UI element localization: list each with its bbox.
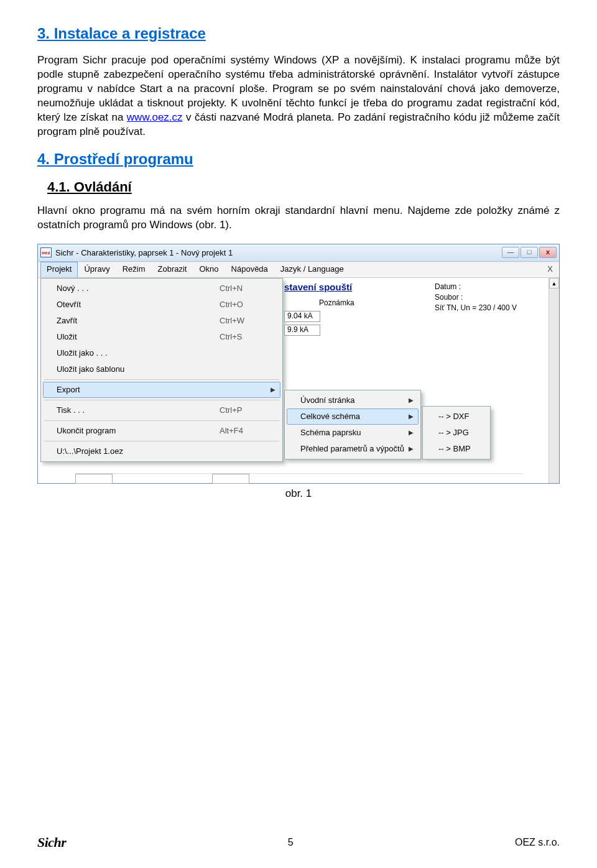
menu-item-label: Export (57, 385, 211, 394)
menu-item-label: U:\...\Projekt 1.oez (57, 446, 275, 456)
submenu-item-prehled[interactable]: Přehled parametrů a výpočtů ▶ (287, 441, 419, 457)
page-footer: Sichr 5 OEZ s.r.o. (37, 834, 560, 851)
menu-item-ukoncit[interactable]: Ukončit program Alt+F4 (43, 423, 280, 439)
menu-item-label: Otevřít (57, 300, 220, 309)
menu-separator (44, 400, 279, 400)
submenu-item-celkove[interactable]: Celkové schéma ▶ (287, 409, 419, 425)
menu-item-label: Tisk . . . (57, 405, 220, 415)
midstrip: stavení spouští Poznámka 9.04 kA 9.9 kA (284, 278, 421, 336)
window-maximize-button[interactable]: □ (521, 247, 538, 258)
menu-item-label: Uložit (57, 332, 220, 341)
format-label: -- > JPG (438, 428, 483, 437)
menu-item-ulozit-sablonu[interactable]: Uložit jako šablonu (43, 361, 280, 377)
chevron-right-icon: ▶ (271, 386, 275, 393)
chevron-right-icon: ▶ (409, 429, 414, 436)
menu-item-shortcut: Ctrl+S (220, 332, 275, 341)
workarea: Nový . . . Ctrl+N Otevřít Ctrl+O Zavřít … (38, 278, 559, 483)
menu-item-export[interactable]: Export ▶ (43, 382, 280, 398)
menu-item-shortcut: Ctrl+W (220, 316, 275, 325)
menu-item-label: Uložit jako . . . (57, 348, 220, 358)
menu-projekt[interactable]: Projekt (40, 262, 78, 277)
window-titlebar: oez Sichr - Charakteristiky, paprsek 1 -… (38, 244, 559, 262)
menu-item-label: Ukončit program (57, 426, 220, 435)
window-close-button[interactable]: x (539, 247, 557, 258)
heading-4-1: 4.1. Ovládání (47, 179, 560, 195)
submenu-formats: -- > DXF -- > JPG -- > BMP (422, 406, 491, 459)
midstrip-note-label: Poznámka (319, 298, 421, 307)
label-datum: Datum : (435, 282, 553, 291)
label-sit: Síť TN, Un = 230 / 400 V (435, 303, 553, 312)
submenu-item-label: Úvodní stránka (300, 395, 405, 405)
para-3: Program Sichr pracuje pod operačními sys… (37, 53, 560, 139)
dropdown-projekt: Nový . . . Ctrl+N Otevřít Ctrl+O Zavřít … (40, 278, 283, 462)
menu-item-otevrit[interactable]: Otevřít Ctrl+O (43, 297, 280, 313)
chevron-right-icon: ▶ (409, 397, 414, 404)
para-4-1: Hlavní okno programu má na svém horním o… (37, 204, 560, 233)
submenu-item-uvodni[interactable]: Úvodní stránka ▶ (287, 392, 419, 409)
midstrip-heading: stavení spouští (284, 282, 421, 292)
app-window: oez Sichr - Charakteristiky, paprsek 1 -… (37, 244, 560, 484)
bottom-input-1[interactable] (75, 474, 113, 484)
window-title: Sichr - Charakteristiky, paprsek 1 - Nov… (55, 248, 502, 257)
value-2: 9.9 kA (284, 325, 320, 336)
format-label: -- > DXF (438, 412, 483, 421)
menu-separator (44, 441, 279, 441)
submenu-item-label: Schéma paprsku (300, 428, 405, 437)
menu-item-tisk[interactable]: Tisk . . . Ctrl+P (43, 402, 280, 418)
menu-separator (44, 420, 279, 421)
format-label: -- > BMP (438, 444, 483, 453)
menu-item-ulozit-jako[interactable]: Uložit jako . . . (43, 345, 280, 361)
bottom-input-2[interactable] (212, 474, 249, 484)
window-minimize-button[interactable]: — (502, 247, 519, 258)
figure-caption: obr. 1 (37, 487, 560, 500)
menu-okno[interactable]: Okno (193, 262, 224, 277)
scroll-up-icon[interactable]: ▲ (549, 278, 559, 289)
format-bmp[interactable]: -- > BMP (425, 441, 488, 457)
menu-item-ulozit[interactable]: Uložit Ctrl+S (43, 329, 280, 345)
footer-page-number: 5 (288, 837, 294, 848)
menu-item-label: Zavřít (57, 316, 220, 325)
heading-3: 3. Instalace a registrace (37, 25, 560, 42)
menu-rezim[interactable]: Režim (116, 262, 152, 277)
menu-item-shortcut: Ctrl+P (220, 405, 275, 415)
value-1: 9.04 kA (284, 311, 320, 322)
submenu-item-label: Přehled parametrů a výpočtů (300, 444, 405, 453)
submenu-export: Úvodní stránka ▶ Celkové schéma ▶ Schéma… (284, 390, 421, 459)
menu-item-shortcut: Alt+F4 (220, 426, 275, 435)
label-soubor: Soubor : (435, 293, 553, 302)
chevron-right-icon: ▶ (409, 445, 414, 452)
menu-napoveda[interactable]: Nápověda (225, 262, 274, 277)
menu-separator (44, 379, 279, 380)
right-panel: Datum : Soubor : Síť TN, Un = 230 / 400 … (435, 280, 553, 314)
format-jpg[interactable]: -- > JPG (425, 425, 488, 441)
menu-item-label: Nový . . . (57, 284, 220, 293)
menu-item-label: Uložit jako šablonu (57, 364, 220, 374)
menu-item-recent[interactable]: U:\...\Projekt 1.oez (43, 443, 280, 459)
submenu-item-label: Celkové schéma (300, 412, 405, 421)
vertical-scrollbar[interactable]: ▲ (548, 278, 559, 483)
format-dxf[interactable]: -- > DXF (425, 409, 488, 425)
menu-item-shortcut: Ctrl+N (220, 284, 275, 293)
menu-zobrazit[interactable]: Zobrazit (152, 262, 193, 277)
link-oez[interactable]: www.oez.cz (127, 111, 183, 123)
footer-logo: Sichr (37, 834, 66, 851)
menu-jazyk[interactable]: Jazyk / Language (274, 262, 350, 277)
menu-item-novy[interactable]: Nový . . . Ctrl+N (43, 280, 280, 297)
app-icon: oez (40, 247, 52, 257)
chevron-right-icon: ▶ (409, 413, 414, 420)
menu-item-zavrit[interactable]: Zavřít Ctrl+W (43, 313, 280, 329)
heading-4: 4. Prostředí programu (37, 150, 560, 168)
menu-item-shortcut: Ctrl+O (220, 300, 275, 309)
pane-close-x[interactable]: X (541, 262, 559, 277)
menu-upravy[interactable]: Úpravy (78, 262, 116, 277)
bottom-inputs (75, 473, 523, 484)
menubar: Projekt Úpravy Režim Zobrazit Okno Nápov… (38, 262, 559, 278)
submenu-item-paprsku[interactable]: Schéma paprsku ▶ (287, 425, 419, 441)
footer-company: OEZ s.r.o. (515, 837, 560, 848)
